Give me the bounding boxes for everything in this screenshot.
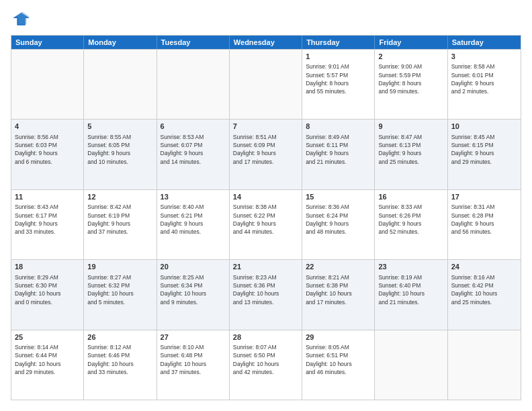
calendar-cell-28: 28Sunrise: 8:07 AM Sunset: 6:50 PM Dayli… — [230, 330, 302, 400]
day-number-19: 19 — [87, 262, 152, 272]
sun-info-18: Sunrise: 8:29 AM Sunset: 6:30 PM Dayligh… — [15, 273, 80, 306]
calendar: SundayMondayTuesdayWednesdayThursdayFrid… — [11, 35, 521, 400]
calendar-header: SundayMondayTuesdayWednesdayThursdayFrid… — [11, 36, 521, 49]
header-day-tuesday: Tuesday — [157, 36, 230, 49]
calendar-cell-13: 13Sunrise: 8:40 AM Sunset: 6:21 PM Dayli… — [157, 190, 230, 259]
calendar-cell-19: 19Sunrise: 8:27 AM Sunset: 6:32 PM Dayli… — [84, 260, 157, 329]
calendar-cell-9: 9Sunrise: 8:47 AM Sunset: 6:13 PM Daylig… — [375, 120, 447, 189]
calendar-cell-22: 22Sunrise: 8:21 AM Sunset: 6:38 PM Dayli… — [302, 260, 375, 329]
calendar-cell-6: 6Sunrise: 8:53 AM Sunset: 6:07 PM Daylig… — [157, 120, 230, 189]
day-number-14: 14 — [233, 192, 298, 202]
sun-info-27: Sunrise: 8:10 AM Sunset: 6:48 PM Dayligh… — [161, 343, 226, 376]
header — [11, 11, 521, 30]
day-number-10: 10 — [451, 122, 517, 132]
calendar-cell-24: 24Sunrise: 8:16 AM Sunset: 6:42 PM Dayli… — [448, 260, 521, 329]
logo — [11, 11, 32, 30]
calendar-cell-5: 5Sunrise: 8:55 AM Sunset: 6:05 PM Daylig… — [84, 120, 157, 189]
sun-info-29: Sunrise: 8:05 AM Sunset: 6:51 PM Dayligh… — [306, 343, 371, 376]
day-number-4: 4 — [15, 122, 80, 132]
calendar-cell-18: 18Sunrise: 8:29 AM Sunset: 6:30 PM Dayli… — [11, 260, 84, 329]
header-day-sunday: Sunday — [11, 36, 84, 49]
day-number-8: 8 — [306, 122, 371, 132]
logo-icon — [11, 11, 30, 30]
sun-info-20: Sunrise: 8:25 AM Sunset: 6:34 PM Dayligh… — [161, 273, 226, 306]
calendar-cell-26: 26Sunrise: 8:12 AM Sunset: 6:46 PM Dayli… — [84, 330, 157, 400]
day-number-21: 21 — [233, 262, 298, 272]
day-number-11: 11 — [15, 192, 80, 202]
sun-info-25: Sunrise: 8:14 AM Sunset: 6:44 PM Dayligh… — [15, 343, 80, 376]
sun-info-3: Sunrise: 8:58 AM Sunset: 6:01 PM Dayligh… — [451, 62, 517, 95]
day-number-7: 7 — [233, 122, 298, 132]
calendar-row-0: 1Sunrise: 9:01 AM Sunset: 5:57 PM Daylig… — [11, 49, 521, 119]
day-number-6: 6 — [161, 122, 226, 132]
day-number-26: 26 — [87, 332, 152, 342]
sun-info-11: Sunrise: 8:43 AM Sunset: 6:17 PM Dayligh… — [15, 203, 80, 236]
header-day-monday: Monday — [84, 36, 157, 49]
day-number-24: 24 — [451, 262, 517, 272]
calendar-cell-empty-0-1 — [84, 50, 157, 119]
calendar-cell-4: 4Sunrise: 8:56 AM Sunset: 6:03 PM Daylig… — [11, 120, 84, 189]
sun-info-22: Sunrise: 8:21 AM Sunset: 6:38 PM Dayligh… — [306, 273, 371, 306]
sun-info-23: Sunrise: 8:19 AM Sunset: 6:40 PM Dayligh… — [378, 273, 443, 306]
day-number-23: 23 — [378, 262, 443, 272]
day-number-29: 29 — [306, 332, 371, 342]
sun-info-16: Sunrise: 8:33 AM Sunset: 6:26 PM Dayligh… — [378, 203, 443, 236]
calendar-cell-empty-0-3 — [230, 50, 302, 119]
header-day-saturday: Saturday — [448, 36, 521, 49]
calendar-row-1: 4Sunrise: 8:56 AM Sunset: 6:03 PM Daylig… — [11, 119, 521, 189]
sun-info-2: Sunrise: 9:00 AM Sunset: 5:59 PM Dayligh… — [378, 62, 443, 95]
sun-info-21: Sunrise: 8:23 AM Sunset: 6:36 PM Dayligh… — [233, 273, 298, 306]
calendar-cell-empty-0-2 — [157, 50, 230, 119]
sun-info-5: Sunrise: 8:55 AM Sunset: 6:05 PM Dayligh… — [87, 133, 152, 166]
day-number-20: 20 — [161, 262, 226, 272]
day-number-15: 15 — [306, 192, 371, 202]
day-number-27: 27 — [161, 332, 226, 342]
sun-info-13: Sunrise: 8:40 AM Sunset: 6:21 PM Dayligh… — [161, 203, 226, 236]
calendar-cell-10: 10Sunrise: 8:45 AM Sunset: 6:15 PM Dayli… — [448, 120, 521, 189]
day-number-3: 3 — [451, 52, 517, 62]
calendar-cell-3: 3Sunrise: 8:58 AM Sunset: 6:01 PM Daylig… — [448, 50, 521, 119]
day-number-28: 28 — [233, 332, 298, 342]
day-number-2: 2 — [378, 52, 443, 62]
day-number-9: 9 — [378, 122, 443, 132]
day-number-13: 13 — [161, 192, 226, 202]
calendar-cell-11: 11Sunrise: 8:43 AM Sunset: 6:17 PM Dayli… — [11, 190, 84, 259]
calendar-cell-27: 27Sunrise: 8:10 AM Sunset: 6:48 PM Dayli… — [157, 330, 230, 400]
calendar-cell-7: 7Sunrise: 8:51 AM Sunset: 6:09 PM Daylig… — [230, 120, 302, 189]
day-number-18: 18 — [15, 262, 80, 272]
sun-info-4: Sunrise: 8:56 AM Sunset: 6:03 PM Dayligh… — [15, 133, 80, 166]
calendar-cell-15: 15Sunrise: 8:36 AM Sunset: 6:24 PM Dayli… — [302, 190, 375, 259]
calendar-cell-14: 14Sunrise: 8:38 AM Sunset: 6:22 PM Dayli… — [230, 190, 302, 259]
sun-info-15: Sunrise: 8:36 AM Sunset: 6:24 PM Dayligh… — [306, 203, 371, 236]
header-day-friday: Friday — [375, 36, 447, 49]
sun-info-14: Sunrise: 8:38 AM Sunset: 6:22 PM Dayligh… — [233, 203, 298, 236]
day-number-22: 22 — [306, 262, 371, 272]
sun-info-10: Sunrise: 8:45 AM Sunset: 6:15 PM Dayligh… — [451, 133, 517, 166]
header-day-thursday: Thursday — [302, 36, 375, 49]
calendar-cell-empty-0-0 — [11, 50, 84, 119]
calendar-cell-1: 1Sunrise: 9:01 AM Sunset: 5:57 PM Daylig… — [302, 50, 375, 119]
sun-info-12: Sunrise: 8:42 AM Sunset: 6:19 PM Dayligh… — [87, 203, 152, 236]
calendar-row-2: 11Sunrise: 8:43 AM Sunset: 6:17 PM Dayli… — [11, 189, 521, 259]
calendar-cell-25: 25Sunrise: 8:14 AM Sunset: 6:44 PM Dayli… — [11, 330, 84, 400]
sun-info-28: Sunrise: 8:07 AM Sunset: 6:50 PM Dayligh… — [233, 343, 298, 376]
sun-info-26: Sunrise: 8:12 AM Sunset: 6:46 PM Dayligh… — [87, 343, 152, 376]
day-number-1: 1 — [306, 52, 371, 62]
calendar-body: 1Sunrise: 9:01 AM Sunset: 5:57 PM Daylig… — [11, 49, 521, 400]
day-number-16: 16 — [378, 192, 443, 202]
sun-info-7: Sunrise: 8:51 AM Sunset: 6:09 PM Dayligh… — [233, 133, 298, 166]
calendar-cell-8: 8Sunrise: 8:49 AM Sunset: 6:11 PM Daylig… — [302, 120, 375, 189]
calendar-row-4: 25Sunrise: 8:14 AM Sunset: 6:44 PM Dayli… — [11, 330, 521, 400]
sun-info-8: Sunrise: 8:49 AM Sunset: 6:11 PM Dayligh… — [306, 133, 371, 166]
calendar-cell-29: 29Sunrise: 8:05 AM Sunset: 6:51 PM Dayli… — [302, 330, 375, 400]
day-number-12: 12 — [87, 192, 152, 202]
sun-info-1: Sunrise: 9:01 AM Sunset: 5:57 PM Dayligh… — [306, 62, 371, 95]
calendar-cell-empty-4-6 — [448, 330, 521, 400]
calendar-row-3: 18Sunrise: 8:29 AM Sunset: 6:30 PM Dayli… — [11, 259, 521, 329]
sun-info-24: Sunrise: 8:16 AM Sunset: 6:42 PM Dayligh… — [451, 273, 517, 306]
calendar-cell-16: 16Sunrise: 8:33 AM Sunset: 6:26 PM Dayli… — [375, 190, 447, 259]
calendar-cell-23: 23Sunrise: 8:19 AM Sunset: 6:40 PM Dayli… — [375, 260, 447, 329]
day-number-5: 5 — [87, 122, 152, 132]
sun-info-19: Sunrise: 8:27 AM Sunset: 6:32 PM Dayligh… — [87, 273, 152, 306]
sun-info-9: Sunrise: 8:47 AM Sunset: 6:13 PM Dayligh… — [378, 133, 443, 166]
